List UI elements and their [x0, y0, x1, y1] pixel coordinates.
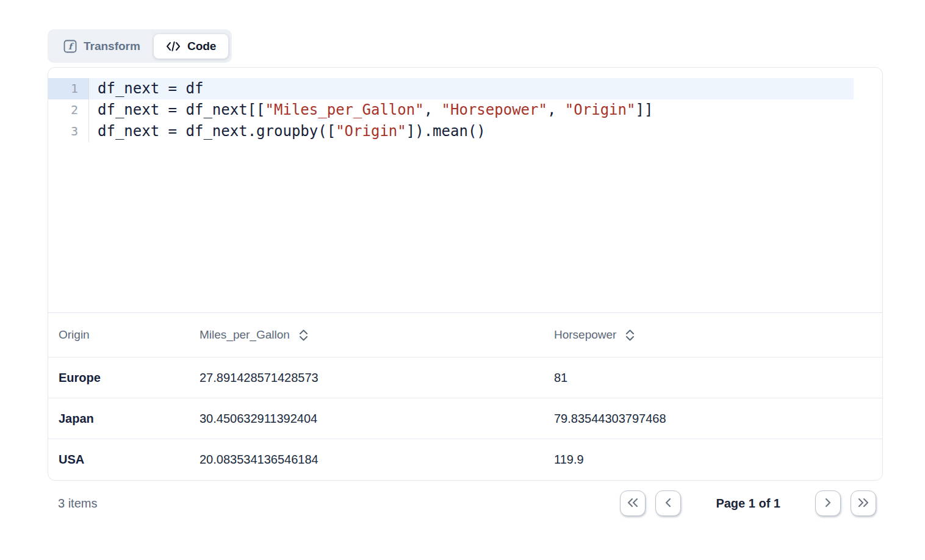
last-page-icon: [857, 498, 869, 509]
code-line[interactable]: 1df_next = df: [48, 78, 882, 99]
items-count: 3 items: [58, 497, 97, 511]
line-number: 2: [48, 99, 89, 121]
table-footer: 3 items Page 1 of 1: [58, 490, 876, 517]
table-cell-miles_per_gallon: 30.450632911392404: [200, 412, 554, 426]
function-icon: f: [63, 40, 77, 53]
code-icon: [166, 41, 181, 52]
table-row[interactable]: USA20.083534136546184119.9: [48, 439, 882, 479]
column-label: Miles_per_Gallon: [200, 328, 290, 342]
table-cell-origin: Europe: [59, 371, 200, 385]
column-label: Origin: [59, 328, 90, 342]
app-window: f Transform Code 1df_next = df2df_next =…: [0, 0, 925, 560]
sort-icon[interactable]: [625, 329, 635, 341]
svg-text:f: f: [68, 41, 74, 51]
table-row[interactable]: Europe27.89142857142857381: [48, 357, 882, 398]
line-number: 1: [48, 78, 89, 99]
table-row[interactable]: Japan30.45063291139240479.83544303797468: [48, 398, 882, 439]
code-text: df_next = df_next.groupby(["Origin"]).me…: [89, 121, 854, 142]
code-editor[interactable]: 1df_next = df2df_next = df_next[["Miles_…: [48, 68, 882, 312]
table-body: Europe27.89142857142857381Japan30.450632…: [48, 357, 882, 479]
column-header-origin: Origin: [59, 328, 200, 342]
next-page-icon: [824, 498, 832, 509]
column-label: Horsepower: [554, 328, 616, 342]
tab-code-label: Code: [187, 40, 217, 53]
table-cell-miles_per_gallon: 27.891428571428573: [200, 371, 554, 385]
sort-icon[interactable]: [299, 329, 308, 341]
column-header-horsepower[interactable]: Horsepower: [554, 328, 882, 342]
tab-code[interactable]: Code: [154, 34, 229, 59]
code-line[interactable]: 3df_next = df_next.groupby(["Origin"]).m…: [48, 121, 882, 142]
tab-transform-label: Transform: [84, 40, 140, 53]
next-page-button[interactable]: [815, 490, 841, 516]
code-text: df_next = df_next[["Miles_per_Gallon", "…: [89, 99, 854, 121]
table-cell-origin: USA: [59, 453, 200, 467]
previous-page-button[interactable]: [655, 490, 681, 516]
pagination: Page 1 of 1: [620, 490, 876, 516]
table-header-row: Origin Miles_per_Gallon Horsepower: [48, 312, 882, 357]
view-tabbar: f Transform Code: [48, 29, 232, 63]
table-cell-origin: Japan: [59, 412, 200, 426]
code-and-table-card: 1df_next = df2df_next = df_next[["Miles_…: [48, 67, 883, 481]
code-line[interactable]: 2df_next = df_next[["Miles_per_Gallon", …: [48, 99, 882, 121]
first-page-button[interactable]: [620, 490, 646, 516]
table-cell-miles_per_gallon: 20.083534136546184: [200, 453, 554, 467]
last-page-button[interactable]: [851, 490, 876, 516]
previous-page-icon: [664, 498, 672, 509]
code-lines: 1df_next = df2df_next = df_next[["Miles_…: [48, 78, 882, 142]
code-text: df_next = df: [89, 78, 854, 99]
table-cell-horsepower: 81: [554, 371, 882, 385]
table-cell-horsepower: 79.83544303797468: [554, 412, 882, 426]
column-header-miles-per-gallon[interactable]: Miles_per_Gallon: [200, 328, 554, 342]
first-page-icon: [627, 498, 639, 509]
table-cell-horsepower: 119.9: [554, 453, 882, 467]
page-indicator: Page 1 of 1: [716, 497, 780, 511]
line-number: 3: [48, 121, 89, 142]
tab-transform[interactable]: f Transform: [51, 34, 153, 59]
